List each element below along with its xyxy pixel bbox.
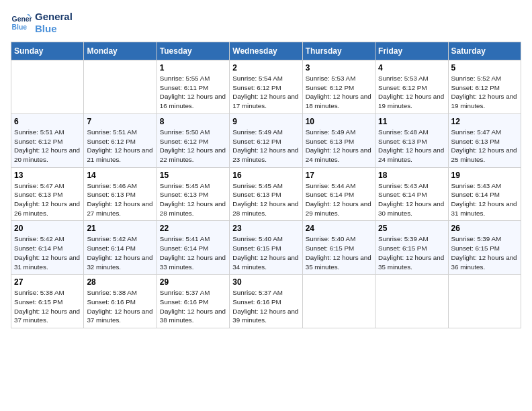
day-number: 17 [306,171,372,180]
day-info: Sunrise: 5:51 AMSunset: 6:12 PMDaylight:… [87,128,153,165]
day-number: 16 [232,171,299,180]
calendar-cell: 13Sunrise: 5:47 AMSunset: 6:13 PMDayligh… [11,167,84,221]
weekday-header-tuesday: Tuesday [157,42,229,60]
calendar-cell: 10Sunrise: 5:49 AMSunset: 6:13 PMDayligh… [302,113,375,167]
calendar-cell: 14Sunrise: 5:46 AMSunset: 6:13 PMDayligh… [84,167,157,221]
day-number: 12 [451,117,518,126]
calendar-cell: 30Sunrise: 5:37 AMSunset: 6:16 PMDayligh… [230,275,302,328]
day-info: Sunrise: 5:53 AMSunset: 6:12 PMDaylight:… [378,74,445,111]
day-number: 18 [378,171,445,180]
day-info: Sunrise: 5:37 AMSunset: 6:16 PMDaylight:… [160,288,226,325]
day-number: 22 [160,224,226,233]
day-number: 15 [160,171,226,180]
day-info: Sunrise: 5:40 AMSunset: 6:15 PMDaylight:… [232,234,299,271]
day-info: Sunrise: 5:46 AMSunset: 6:13 PMDaylight:… [87,181,153,218]
day-info: Sunrise: 5:38 AMSunset: 6:16 PMDaylight:… [87,288,153,325]
calendar-week-2: 6Sunrise: 5:51 AMSunset: 6:12 PMDaylight… [11,113,521,167]
calendar-cell: 23Sunrise: 5:40 AMSunset: 6:15 PMDayligh… [230,221,302,275]
weekday-header-saturday: Saturday [448,42,521,60]
day-number: 23 [232,224,299,233]
day-number: 9 [232,117,299,126]
calendar-cell: 27Sunrise: 5:38 AMSunset: 6:15 PMDayligh… [11,275,84,328]
calendar-cell: 22Sunrise: 5:41 AMSunset: 6:14 PMDayligh… [157,221,229,275]
day-number: 5 [451,63,518,73]
day-info: Sunrise: 5:39 AMSunset: 6:15 PMDaylight:… [378,234,445,271]
day-info: Sunrise: 5:47 AMSunset: 6:13 PMDaylight:… [451,128,518,165]
day-info: Sunrise: 5:53 AMSunset: 6:12 PMDaylight:… [306,74,372,111]
calendar-cell [448,275,521,328]
calendar-cell: 18Sunrise: 5:43 AMSunset: 6:14 PMDayligh… [375,167,448,221]
calendar-week-4: 20Sunrise: 5:42 AMSunset: 6:14 PMDayligh… [11,221,521,275]
calendar-cell: 11Sunrise: 5:48 AMSunset: 6:13 PMDayligh… [375,113,448,167]
calendar-cell [11,60,84,114]
day-info: Sunrise: 5:37 AMSunset: 6:16 PMDaylight:… [232,288,299,325]
calendar-cell: 6Sunrise: 5:51 AMSunset: 6:12 PMDaylight… [11,113,84,167]
day-number: 13 [14,171,81,180]
svg-text:General: General [12,15,32,23]
day-info: Sunrise: 5:50 AMSunset: 6:12 PMDaylight:… [160,128,226,165]
calendar-cell: 8Sunrise: 5:50 AMSunset: 6:12 PMDaylight… [157,113,229,167]
calendar-cell: 15Sunrise: 5:45 AMSunset: 6:13 PMDayligh… [157,167,229,221]
day-info: Sunrise: 5:52 AMSunset: 6:12 PMDaylight:… [451,74,518,111]
logo-icon: General Blue [11,12,32,34]
calendar-body: 1Sunrise: 5:55 AMSunset: 6:11 PMDaylight… [11,60,521,328]
logo: General Blue General Blue [11,11,73,35]
day-number: 25 [378,224,445,233]
weekday-header-wednesday: Wednesday [230,42,302,60]
day-number: 8 [160,117,226,126]
day-number: 21 [87,224,153,233]
day-number: 14 [87,171,153,180]
calendar-cell: 1Sunrise: 5:55 AMSunset: 6:11 PMDaylight… [157,60,229,114]
calendar-cell: 7Sunrise: 5:51 AMSunset: 6:12 PMDaylight… [84,113,157,167]
day-number: 28 [87,277,153,287]
day-number: 1 [160,63,226,73]
day-info: Sunrise: 5:45 AMSunset: 6:13 PMDaylight:… [160,181,226,218]
day-number: 27 [14,277,81,287]
calendar-cell [84,60,157,114]
calendar-cell: 25Sunrise: 5:39 AMSunset: 6:15 PMDayligh… [375,221,448,275]
day-info: Sunrise: 5:39 AMSunset: 6:15 PMDaylight:… [451,234,518,271]
day-info: Sunrise: 5:49 AMSunset: 6:13 PMDaylight:… [306,128,372,165]
day-number: 10 [306,117,372,126]
day-number: 7 [87,117,153,126]
day-number: 24 [306,224,372,233]
day-number: 30 [232,277,299,287]
day-number: 29 [160,277,226,287]
day-info: Sunrise: 5:43 AMSunset: 6:14 PMDaylight:… [451,181,518,218]
day-info: Sunrise: 5:41 AMSunset: 6:14 PMDaylight:… [160,234,226,271]
day-info: Sunrise: 5:43 AMSunset: 6:14 PMDaylight:… [378,181,445,218]
logo-general: General [35,11,73,23]
weekday-header-monday: Monday [84,42,157,60]
calendar-cell: 16Sunrise: 5:45 AMSunset: 6:13 PMDayligh… [230,167,302,221]
day-info: Sunrise: 5:45 AMSunset: 6:13 PMDaylight:… [232,181,299,218]
day-info: Sunrise: 5:42 AMSunset: 6:14 PMDaylight:… [14,234,81,271]
day-info: Sunrise: 5:47 AMSunset: 6:13 PMDaylight:… [14,181,81,218]
logo-blue: Blue [35,23,73,35]
weekday-header-thursday: Thursday [302,42,375,60]
calendar-cell [302,275,375,328]
calendar-cell: 2Sunrise: 5:54 AMSunset: 6:12 PMDaylight… [230,60,302,114]
calendar-cell: 29Sunrise: 5:37 AMSunset: 6:16 PMDayligh… [157,275,229,328]
day-number: 6 [14,117,81,126]
day-info: Sunrise: 5:49 AMSunset: 6:12 PMDaylight:… [232,128,299,165]
calendar-week-1: 1Sunrise: 5:55 AMSunset: 6:11 PMDaylight… [11,60,521,114]
day-info: Sunrise: 5:44 AMSunset: 6:14 PMDaylight:… [306,181,372,218]
calendar-week-3: 13Sunrise: 5:47 AMSunset: 6:13 PMDayligh… [11,167,521,221]
day-number: 20 [14,224,81,233]
day-number: 11 [378,117,445,126]
calendar-cell: 9Sunrise: 5:49 AMSunset: 6:12 PMDaylight… [230,113,302,167]
day-info: Sunrise: 5:38 AMSunset: 6:15 PMDaylight:… [14,288,81,325]
day-number: 2 [232,63,299,73]
day-info: Sunrise: 5:54 AMSunset: 6:12 PMDaylight:… [232,74,299,111]
weekday-header-sunday: Sunday [11,42,84,60]
day-info: Sunrise: 5:40 AMSunset: 6:15 PMDaylight:… [306,234,372,271]
calendar-week-5: 27Sunrise: 5:38 AMSunset: 6:15 PMDayligh… [11,275,521,328]
day-number: 19 [451,171,518,180]
day-number: 3 [306,63,372,73]
calendar-cell: 24Sunrise: 5:40 AMSunset: 6:15 PMDayligh… [302,221,375,275]
day-info: Sunrise: 5:42 AMSunset: 6:14 PMDaylight:… [87,234,153,271]
calendar-cell: 12Sunrise: 5:47 AMSunset: 6:13 PMDayligh… [448,113,521,167]
calendar-cell: 5Sunrise: 5:52 AMSunset: 6:12 PMDaylight… [448,60,521,114]
calendar-cell: 17Sunrise: 5:44 AMSunset: 6:14 PMDayligh… [302,167,375,221]
day-number: 26 [451,224,518,233]
